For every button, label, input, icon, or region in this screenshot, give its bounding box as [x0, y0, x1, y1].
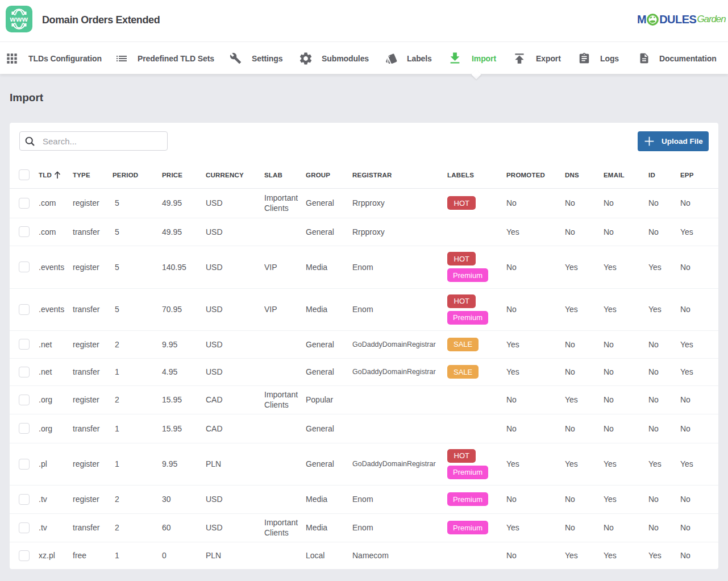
svg-text:www: www [9, 15, 28, 23]
